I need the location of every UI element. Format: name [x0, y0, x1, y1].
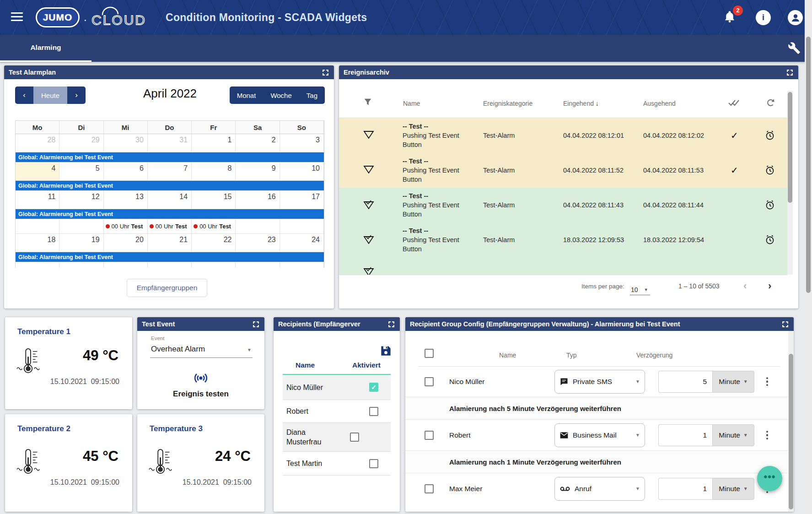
event-row-clipped[interactable]: -- Test --Pushing Test Event Test-Alarm … — [339, 257, 787, 275]
alarm-clock-icon[interactable] — [764, 234, 775, 245]
column-category[interactable]: Ereigniskategorie — [483, 100, 532, 107]
calendar-day[interactable]: 24 — [280, 234, 324, 252]
config-scrollbar-thumb[interactable] — [789, 354, 793, 509]
calendar-event-bar[interactable]: Global: Alarmierung bei Test Event — [16, 209, 324, 219]
event-row[interactable]: -- Test --Pushing Test EventButton Test-… — [339, 118, 787, 153]
calendar-day[interactable]: 3 — [280, 134, 324, 152]
tab-alarming[interactable]: Alarming — [0, 35, 91, 62]
calendar-day[interactable]: 5 — [59, 162, 103, 181]
calendar-day[interactable]: 13 — [104, 191, 148, 209]
notification-type-select[interactable]: Private SMS ▼ — [554, 370, 645, 394]
alarm-clock-icon[interactable] — [764, 200, 775, 211]
notification-type-select[interactable]: Business Mail ▼ — [554, 423, 645, 447]
recipient-name: Diana Musterfrau — [283, 423, 338, 451]
calendar-day[interactable]: 1 — [192, 134, 236, 152]
calendar-day[interactable]: 28 — [16, 134, 59, 152]
recipient-checkbox[interactable] — [369, 459, 378, 468]
settings-wrench-button[interactable] — [788, 42, 801, 55]
calendar-day-today[interactable]: 4 — [16, 162, 59, 181]
page-scrollbar[interactable] — [805, 0, 812, 514]
row-checkbox[interactable] — [425, 484, 434, 493]
row-checkbox[interactable] — [425, 431, 434, 440]
calendar-day[interactable]: 22 — [192, 234, 236, 252]
calendar-day[interactable]: 31 — [148, 134, 192, 152]
calendar-day[interactable]: 2 — [236, 134, 280, 152]
info-button[interactable]: i — [756, 10, 771, 25]
group-config-row: Max Meier Anruf ▼ 1 Minute▼ — [405, 473, 792, 504]
calendar-day[interactable]: 14 — [148, 191, 192, 209]
view-month-button[interactable]: Monat — [230, 87, 263, 104]
calendar-day[interactable]: 10 — [280, 162, 324, 181]
calendar-day-event[interactable]: 00 UhrTest — [148, 219, 192, 234]
floating-action-button[interactable]: ••• — [757, 466, 782, 491]
notifications-button[interactable]: 2 — [723, 9, 741, 27]
notification-type-select[interactable]: Anruf ▼ — [554, 477, 645, 501]
menu-icon[interactable] — [11, 12, 23, 22]
alarm-clock-icon[interactable] — [764, 130, 775, 141]
empfaengergruppen-button[interactable]: Empfängergruppen — [127, 279, 207, 297]
alarm-clock-icon[interactable] — [764, 165, 775, 176]
page-scrollbar-thumb[interactable] — [806, 37, 811, 293]
calendar-day[interactable]: 8 — [192, 162, 236, 181]
pagination-prev-button[interactable]: ‹ — [743, 280, 747, 292]
event-row[interactable]: -- Test --Pushing Test EventButton Test-… — [339, 188, 787, 222]
delay-unit-select[interactable]: Minute▼ — [712, 371, 754, 393]
event-row[interactable]: -- Test --Pushing Test EventButton Test-… — [339, 153, 787, 188]
delay-unit-select[interactable]: Minute▼ — [712, 424, 754, 446]
filter-icon[interactable] — [363, 97, 373, 107]
fullscreen-icon[interactable] — [781, 320, 789, 328]
fullscreen-icon[interactable] — [387, 320, 395, 328]
calendar-day[interactable]: 21 — [148, 234, 192, 252]
delay-unit-select[interactable]: Minute▼ — [712, 478, 754, 500]
recipient-checkbox[interactable] — [369, 407, 378, 416]
calendar-event-bar[interactable]: Global: Alarmierung bei Test Event — [16, 152, 324, 162]
calendar-day[interactable]: 11 — [16, 191, 59, 209]
delay-value-input[interactable]: 1 — [658, 424, 712, 446]
calendar-day[interactable]: 20 — [104, 234, 148, 252]
delay-value-input[interactable]: 1 — [658, 478, 712, 500]
column-incoming-sorted[interactable]: Eingehend ↓ — [563, 100, 599, 107]
refresh-icon[interactable] — [765, 97, 776, 108]
calendar-day-event[interactable]: 00 UhrTest — [104, 219, 148, 234]
fullscreen-icon[interactable] — [786, 69, 794, 76]
calendar-day[interactable]: 16 — [236, 191, 280, 209]
event-select[interactable]: Overheat Alarm ▼ — [150, 343, 253, 358]
brand-separator-dot: · — [83, 13, 87, 27]
calendar-event-bar[interactable]: Global: Alarmierung bei Test Event — [16, 252, 324, 262]
calendar-day[interactable]: 17 — [280, 191, 324, 209]
row-menu-button[interactable] — [763, 429, 771, 441]
acknowledge-all-icon[interactable] — [728, 98, 742, 108]
fullscreen-icon[interactable] — [252, 320, 260, 328]
view-week-button[interactable]: Woche — [263, 87, 299, 104]
calendar-day[interactable]: 6 — [104, 162, 148, 181]
event-row[interactable]: -- Test --Pushing Test EventButton Test-… — [339, 222, 787, 257]
calendar-day[interactable]: 12 — [59, 191, 103, 209]
calendar-day[interactable]: 9 — [236, 162, 280, 181]
column-outgoing[interactable]: Ausgehend — [643, 100, 676, 107]
calendar-day[interactable]: 15 — [192, 191, 236, 209]
select-all-checkbox[interactable] — [425, 349, 434, 358]
row-checkbox[interactable] — [425, 377, 434, 386]
calendar-event-bar[interactable]: Global: Alarmierung bei Test Event — [16, 181, 324, 191]
calendar-day[interactable]: 29 — [59, 134, 103, 152]
row-menu-button[interactable] — [763, 376, 771, 388]
fullscreen-icon[interactable] — [322, 69, 329, 76]
account-button[interactable] — [788, 10, 803, 25]
recipient-checkbox[interactable] — [350, 433, 359, 442]
view-day-button[interactable]: Tag — [299, 87, 325, 104]
recipient-checkbox-checked[interactable]: ✓ — [369, 383, 378, 392]
calendar-day[interactable]: 23 — [236, 234, 280, 252]
archive-scrollbar-thumb[interactable] — [788, 92, 792, 203]
notification-badge: 2 — [733, 5, 743, 16]
calendar-day[interactable]: 19 — [59, 234, 103, 252]
calendar-day[interactable]: 18 — [16, 234, 59, 252]
pagination-next-button[interactable]: › — [768, 280, 771, 292]
items-per-page-select[interactable]: 10▼ — [630, 286, 650, 295]
calendar-day[interactable]: 7 — [148, 162, 192, 181]
delay-value-input[interactable]: 5 — [658, 371, 712, 393]
calendar-day-event[interactable]: 00 UhrTest — [192, 219, 236, 234]
column-name[interactable]: Name — [403, 100, 420, 107]
calendar-day[interactable]: 30 — [104, 134, 148, 152]
test-event-button[interactable]: Ereignis testen — [137, 371, 264, 399]
save-icon[interactable] — [380, 345, 392, 357]
